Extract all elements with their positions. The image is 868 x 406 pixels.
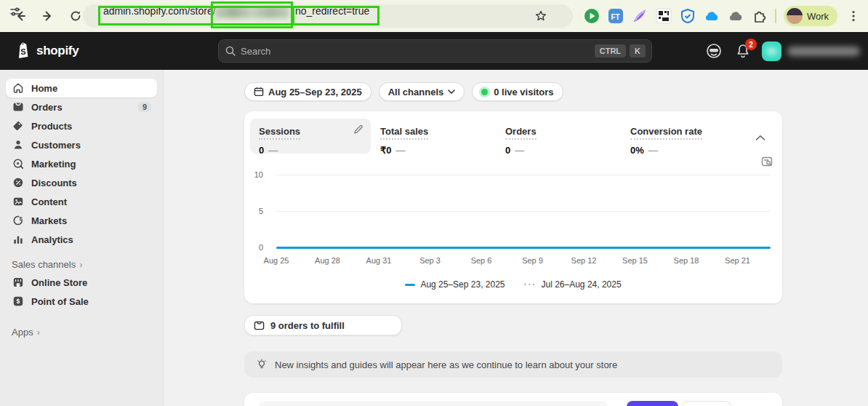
date-range-button[interactable]: Aug 25–Sep 23, 2025 <box>244 82 371 101</box>
secondary-button-partial[interactable] <box>682 401 731 406</box>
notifications-bell-icon[interactable]: 2 <box>734 42 752 60</box>
play-circle-icon[interactable] <box>583 7 600 25</box>
insights-banner: New insights and guides will appear here… <box>244 351 782 378</box>
metric-total-sales[interactable]: Total sales ₹0— <box>380 119 428 156</box>
markets-icon: $ <box>12 215 24 227</box>
calendar-icon <box>254 87 264 97</box>
customers-icon <box>12 139 24 151</box>
sidebar-section-apps[interactable]: Apps › <box>12 327 151 338</box>
x-tick: Aug 25 <box>254 256 298 265</box>
search-input[interactable]: Search CTRL K <box>218 39 652 63</box>
sidebar-item-point-of-sale[interactable]: $ Point of Sale <box>6 292 157 311</box>
sidebar-item-analytics[interactable]: Analytics <box>6 230 157 249</box>
orders-to-fulfill-button[interactable]: 9 orders to fulfill <box>244 315 402 335</box>
sidebar-item-orders[interactable]: Orders 9 <box>6 97 157 116</box>
metric-sessions[interactable]: Sessions 0— <box>250 119 371 154</box>
site-settings-tune-icon[interactable] <box>9 5 22 21</box>
legend-solid-line-icon <box>405 284 415 286</box>
store-account-button[interactable] <box>762 41 860 61</box>
kebab-menu-icon[interactable] <box>843 6 864 26</box>
forward-icon[interactable] <box>38 6 58 26</box>
legend-comparison-period: ··· Jul 26–Aug 24, 2025 <box>524 279 622 290</box>
view-report-icon[interactable] <box>761 156 773 171</box>
x-tick: Aug 28 <box>306 256 350 265</box>
gray-cloud-icon[interactable] <box>727 7 744 25</box>
sidekick-icon[interactable] <box>705 42 723 60</box>
orders-count-badge: 9 <box>138 102 151 112</box>
orders-icon <box>254 320 265 331</box>
chevron-right-icon: › <box>37 327 40 338</box>
pos-icon: $ <box>12 295 24 308</box>
x-tick: Sep 12 <box>562 256 606 265</box>
online-store-icon <box>12 276 24 289</box>
setup-guide-card <box>244 393 782 406</box>
svg-text:$: $ <box>16 298 20 305</box>
metric-orders[interactable]: Orders 0— <box>505 119 537 156</box>
sidebar-item-content[interactable]: Content <box>6 192 157 211</box>
sidebar-item-online-store[interactable]: Online Store <box>6 273 157 292</box>
sidebar-item-home[interactable]: Home <box>6 79 157 97</box>
notification-count-badge: 2 <box>745 39 757 50</box>
marketing-icon <box>12 158 24 170</box>
extensions-row: FT <box>583 7 775 25</box>
legend-current-period: Aug 25–Sep 23, 2025 <box>405 279 505 290</box>
ft-app-icon[interactable]: FT <box>607 7 624 25</box>
puzzle-extensions-icon[interactable] <box>751 7 768 25</box>
x-tick: Sep 15 <box>614 256 657 265</box>
content-icon <box>12 196 24 208</box>
collapse-chevron-up-icon[interactable] <box>755 131 765 144</box>
channel-filter-button[interactable]: All channels <box>379 82 465 101</box>
sidebar-item-customers[interactable]: Customers <box>6 135 157 154</box>
x-tick: Sep 9 <box>511 256 555 265</box>
analytics-card: Sessions 0— Total sales ₹0— Orders 0— Co… <box>244 111 782 303</box>
annotation-box-store-name <box>211 1 293 28</box>
shopify-wordmark: shopify <box>36 44 79 58</box>
sidebar-section-sales-channels[interactable]: Sales channels › <box>12 259 151 270</box>
browser-profile-button[interactable]: Work <box>784 6 837 26</box>
sidebar-nav: Home Orders 9 Products Customers Marketi… <box>0 70 164 406</box>
live-visitors-button[interactable]: 0 live visitors <box>472 82 563 101</box>
sidebar-item-marketing[interactable]: Marketing <box>6 154 157 173</box>
shopify-topbar: S shopify Search CTRL K 2 <box>0 32 868 70</box>
primary-button-partial[interactable] <box>627 401 678 406</box>
search-placeholder: Search <box>241 46 591 57</box>
setup-guide-row <box>259 401 608 406</box>
home-icon <box>12 82 24 95</box>
shopify-bag-icon: S <box>15 41 32 60</box>
store-avatar <box>762 41 781 61</box>
qr-code-icon[interactable] <box>655 7 672 25</box>
x-tick: Sep 6 <box>459 256 503 265</box>
y-tick-5: 5 <box>244 207 263 215</box>
shopify-logo[interactable]: S shopify <box>15 41 79 60</box>
analytics-icon <box>12 234 24 246</box>
dashboard-main: Aug 25–Sep 23, 2025 All channels 0 live … <box>164 70 868 406</box>
avatar <box>787 8 803 24</box>
shortcut-key-ctrl: CTRL <box>595 44 626 57</box>
sidebar-item-markets[interactable]: $ Markets <box>6 211 157 230</box>
x-tick: Sep 3 <box>409 256 452 265</box>
filters-row: Aug 25–Sep 23, 2025 All channels 0 live … <box>244 82 563 101</box>
orders-icon <box>12 101 24 114</box>
blue-cloud-icon[interactable] <box>703 7 720 25</box>
search-icon <box>225 45 236 57</box>
feather-icon[interactable] <box>631 7 648 25</box>
metric-conversion-rate[interactable]: Conversion rate 0%— <box>630 119 702 156</box>
svg-text:S: S <box>20 47 25 56</box>
x-tick: Sep 21 <box>716 256 760 265</box>
live-dot-icon <box>481 89 488 95</box>
bookmark-star-icon[interactable] <box>531 6 551 26</box>
gridline <box>276 175 771 175</box>
divider <box>775 9 776 23</box>
sidebar-item-products[interactable]: Products <box>6 116 157 135</box>
svg-text:FT: FT <box>611 13 620 21</box>
profile-label: Work <box>807 11 829 22</box>
browser-toolbar: admin.shopify.com/store/ no_redirect=tru… <box>0 0 868 32</box>
edit-pencil-icon[interactable] <box>353 124 363 138</box>
store-name-redacted <box>787 47 860 56</box>
blue-shield-icon[interactable] <box>679 7 696 25</box>
lightbulb-icon <box>256 359 268 370</box>
x-tick: Sep 18 <box>664 256 708 265</box>
chart-legend: Aug 25–Sep 23, 2025 ··· Jul 26–Aug 24, 2… <box>244 279 782 290</box>
chevron-down-icon <box>448 89 455 94</box>
sidebar-item-discounts[interactable]: Discounts <box>6 173 157 192</box>
